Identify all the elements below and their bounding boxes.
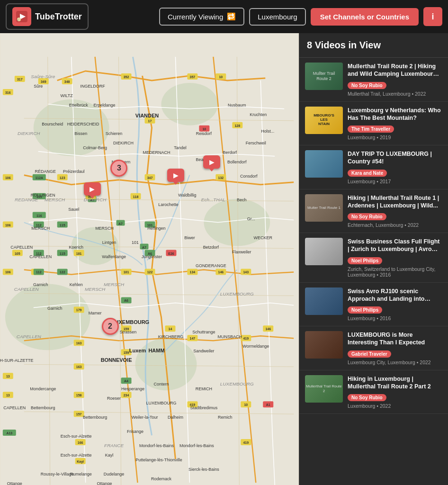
channel-badge[interactable]: No Soy Rubio: [348, 213, 386, 220]
svg-text:112: 112: [36, 270, 42, 274]
svg-text:316: 316: [5, 91, 11, 94]
video-list-item[interactable]: Swiss Business Class Full Flight | Zuric…: [299, 233, 448, 283]
svg-text:Esch-sur-Alzette: Esch-sur-Alzette: [61, 453, 92, 458]
svg-text:ESCH-SUR-ALZETTE: ESCH-SUR-ALZETTE: [0, 358, 33, 363]
currently-viewing-button[interactable]: Currently Viewing 🔁: [159, 8, 244, 26]
svg-text:146: 146: [218, 270, 224, 274]
svg-text:181: 181: [76, 252, 82, 255]
svg-text:Bourscheid: Bourscheid: [42, 122, 63, 126]
svg-text:FRANCE: FRANCE: [104, 443, 124, 448]
info-button[interactable]: i: [423, 7, 442, 26]
map-area[interactable]: A7 A7 A7 316 317 349 348 352 357 10 128 …: [0, 33, 299, 485]
map-cluster-3[interactable]: 3: [110, 160, 127, 177]
svg-text:Ech...THAL: Ech...THAL: [201, 197, 225, 202]
video-title: Luxembourg v Netherlands: Who Has The Be…: [348, 107, 442, 122]
video-list-item[interactable]: Multer Trail Route 1 Hiking | Mullerthal…: [299, 189, 448, 234]
svg-text:Remich: Remich: [218, 415, 232, 420]
svg-text:Larochette: Larochette: [158, 202, 178, 207]
set-channels-button[interactable]: Set Channels or Countries: [311, 8, 419, 26]
svg-text:Berdorf: Berdorf: [223, 150, 237, 155]
video-title: Swiss Avro RJ100 scenic Approach and Lan…: [348, 287, 442, 303]
video-info: Hiking | Mullerthal Trail Route 1 | Arde…: [348, 194, 442, 228]
map-marker-play-1[interactable]: ▶: [203, 155, 220, 169]
svg-text:419: 419: [243, 441, 249, 444]
svg-text:Schuttrange: Schuttrange: [192, 330, 215, 334]
svg-text:Consdorf: Consdorf: [240, 174, 258, 179]
svg-text:179: 179: [76, 308, 82, 312]
svg-text:10: 10: [244, 403, 248, 406]
video-info: DAY TRIP TO LUXEMBOURG | Country #54! Ka…: [348, 150, 442, 184]
country-badge[interactable]: Luxembourg: [249, 8, 305, 26]
cluster-count-3[interactable]: 3: [110, 160, 127, 177]
svg-text:101: 101: [132, 240, 139, 245]
channel-badge[interactable]: No Soy Rubio: [348, 82, 386, 89]
svg-text:132: 132: [218, 176, 224, 180]
svg-text:Betzdorf: Betzdorf: [203, 245, 219, 250]
svg-text:A6: A6: [124, 299, 128, 302]
svg-text:112A: 112A: [35, 176, 43, 180]
channel-badge[interactable]: The Tim Traveller: [348, 126, 394, 133]
map-marker-play-2[interactable]: ▶: [167, 169, 184, 182]
channel-badge[interactable]: No Soy Rubio: [348, 394, 386, 401]
svg-text:RÉDANGE: RÉDANGE: [35, 169, 56, 174]
svg-text:A4: A4: [124, 379, 128, 383]
svg-text:143: 143: [243, 270, 249, 274]
svg-text:A1: A1: [266, 403, 270, 406]
svg-text:♪: ♪: [17, 18, 18, 21]
svg-text:Kruchten: Kruchten: [250, 112, 267, 117]
video-meta: Echternach, Luxembourg • 2022: [348, 222, 442, 228]
svg-text:348: 348: [64, 80, 70, 83]
video-title: Mullerthal Trail Route 2 | Hiking and Wi…: [348, 63, 442, 78]
video-info: Swiss Business Class Full Flight | Zuric…: [348, 238, 442, 278]
svg-text:Ottange: Ottange: [97, 481, 112, 485]
channel-badge[interactable]: Kara and Nate: [348, 170, 387, 177]
map-marker-play-3[interactable]: ▶: [84, 182, 101, 196]
svg-text:Frisange: Frisange: [127, 429, 143, 434]
video-thumbnail: Multer Trail Route 1: [305, 194, 343, 222]
svg-text:MERSCH: MERSCH: [31, 226, 50, 231]
play-button-1[interactable]: ▶: [203, 155, 220, 169]
svg-text:DIEKIRCH: DIEKIRCH: [84, 197, 107, 202]
video-thumbnail: [305, 287, 343, 315]
video-thumbnail: [305, 150, 343, 178]
svg-text:Ottange: Ottange: [7, 481, 22, 485]
svg-text:317: 317: [17, 78, 23, 81]
video-list-item[interactable]: Mullter Trail Route 2 Mullerthal Trail R…: [299, 58, 448, 102]
video-info: Hiking in Luxembourg | Mullerthal Trail …: [348, 375, 442, 409]
svg-text:A7: A7: [118, 222, 123, 225]
cluster-count-2[interactable]: 2: [102, 318, 119, 335]
svg-text:Ferschweil: Ferschweil: [246, 141, 266, 145]
video-list-item[interactable]: Mullerthal Trail Route 2 Hiking in Luxem…: [299, 370, 448, 414]
play-button-2[interactable]: ▶: [167, 169, 184, 182]
video-meta: Luxembourg • 2022: [348, 403, 442, 409]
video-list-item[interactable]: DAY TRIP TO LUXEMBOURG | Country #54! Ka…: [299, 145, 448, 189]
svg-text:Dalheim: Dalheim: [168, 415, 183, 420]
svg-text:Nusbaum: Nusbaum: [228, 103, 246, 108]
video-thumbnail: [305, 238, 343, 265]
svg-text:147: 147: [190, 337, 196, 340]
video-meta: Luxembourg • 2017: [348, 179, 442, 184]
svg-text:Mondercange: Mondercange: [30, 386, 56, 391]
svg-text:REDANGE: REDANGE: [15, 197, 38, 202]
video-list-item[interactable]: MBOURG'SLESNTAIN Luxembourg v Netherland…: [299, 102, 448, 146]
svg-text:DIEKIRCH: DIEKIRCH: [18, 131, 40, 136]
svg-text:106: 106: [5, 176, 11, 180]
svg-text:159: 159: [124, 351, 129, 354]
svg-text:123: 123: [60, 176, 65, 180]
svg-point-6: [161, 83, 218, 126]
svg-text:116: 116: [36, 214, 42, 217]
svg-text:Garnich: Garnich: [47, 306, 62, 311]
video-title: Hiking in Luxembourg | Mullerthal Trail …: [348, 375, 442, 391]
svg-text:A7: A7: [142, 246, 146, 249]
play-button-3[interactable]: ▶: [84, 182, 101, 196]
channel-badge[interactable]: Noel Philips: [348, 257, 382, 264]
svg-text:Mondorf-les-Bains: Mondorf-les-Bains: [139, 443, 174, 448]
svg-text:MEDERNACH: MEDERNACH: [143, 150, 170, 155]
svg-text:Heffingen: Heffingen: [147, 226, 165, 231]
channel-badge[interactable]: Noel Philips: [348, 306, 382, 314]
svg-text:122: 122: [147, 270, 153, 274]
video-list-item[interactable]: Swiss Avro RJ100 scenic Approach and Lan…: [299, 283, 448, 327]
map-cluster-2[interactable]: 2: [102, 318, 119, 335]
channel-badge[interactable]: Gabriel Traveler: [348, 350, 391, 358]
video-list-item[interactable]: LUXEMBOURG is More Interesting Than I Ex…: [299, 326, 448, 370]
